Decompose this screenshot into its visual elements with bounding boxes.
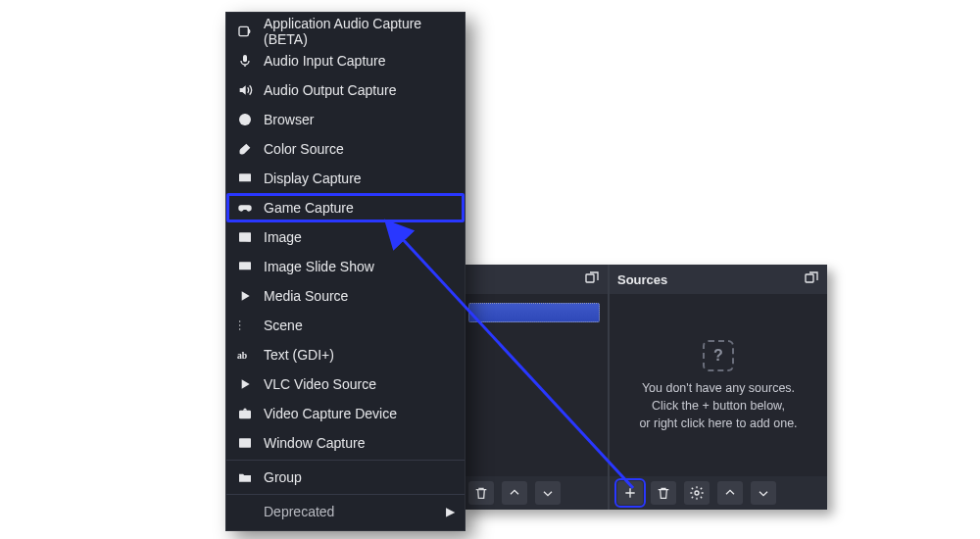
brush-icon bbox=[236, 140, 254, 158]
globe-icon bbox=[236, 111, 254, 128]
menu-item-text-gdi[interactable]: abText (GDI+) bbox=[226, 340, 465, 369]
menu-item-game-capture[interactable]: Game Capture bbox=[226, 193, 465, 222]
source-move-up-button[interactable] bbox=[717, 481, 743, 505]
svg-rect-16 bbox=[239, 438, 251, 447]
menu-item-label: Media Source bbox=[264, 288, 348, 304]
svg-rect-6 bbox=[239, 173, 251, 181]
mic-icon bbox=[236, 52, 254, 70]
popout-icon[interactable] bbox=[804, 270, 819, 289]
menu-item-display-capture[interactable]: Display Capture bbox=[226, 164, 465, 193]
scenes-panel-header bbox=[461, 265, 608, 294]
slideshow-icon bbox=[236, 258, 254, 275]
menu-item-label: Window Capture bbox=[264, 435, 366, 451]
question-mark-icon: ? bbox=[703, 340, 734, 371]
play-icon bbox=[236, 375, 254, 393]
menu-item-label: Audio Output Capture bbox=[264, 82, 396, 98]
play-icon bbox=[236, 287, 254, 305]
scenes-panel-footer bbox=[461, 476, 608, 510]
sources-empty-state: ? You don't have any sources. Click the … bbox=[615, 300, 821, 470]
source-type-menu[interactable]: Application Audio Capture (BETA)Audio In… bbox=[225, 12, 466, 531]
sources-empty-line: You don't have any sources. bbox=[642, 381, 795, 395]
dock-panels: Sources ? You don't have any sources. Cl… bbox=[461, 265, 827, 510]
menu-item-color-source[interactable]: Color Source bbox=[226, 134, 465, 164]
svg-rect-4 bbox=[243, 55, 247, 62]
menu-item-vlc-video-source[interactable]: VLC Video Source bbox=[226, 369, 465, 399]
gamepad-icon bbox=[236, 199, 254, 217]
sources-panel-footer bbox=[610, 476, 827, 510]
folder-icon bbox=[236, 468, 254, 486]
add-source-button[interactable] bbox=[617, 481, 643, 505]
menu-item-label: Color Source bbox=[264, 141, 344, 157]
menu-item-label: Scene bbox=[264, 318, 303, 333]
menu-item-image[interactable]: Image bbox=[226, 222, 465, 252]
chevron-right-icon: ▶ bbox=[446, 505, 455, 518]
svg-rect-3 bbox=[239, 26, 248, 35]
menu-item-browser[interactable]: Browser bbox=[226, 105, 465, 134]
scenes-trash-button[interactable] bbox=[468, 481, 494, 505]
menu-item-label: Text (GDI+) bbox=[264, 347, 334, 363]
app-audio-icon bbox=[236, 23, 254, 40]
menu-item-label: Application Audio Capture (BETA) bbox=[264, 16, 455, 47]
remove-source-button[interactable] bbox=[651, 481, 676, 505]
menu-item-deprecated[interactable]: Deprecated▶ bbox=[226, 497, 465, 526]
scenes-move-up-button[interactable] bbox=[502, 481, 527, 505]
svg-point-12 bbox=[239, 328, 240, 329]
menu-item-audio-output-capture[interactable]: Audio Output Capture bbox=[226, 75, 465, 105]
menu-item-application-audio-capture-beta[interactable]: Application Audio Capture (BETA) bbox=[226, 17, 465, 46]
menu-item-label: Video Capture Device bbox=[264, 406, 397, 421]
menu-item-label: VLC Video Source bbox=[264, 376, 376, 392]
svg-rect-1 bbox=[806, 274, 813, 282]
sources-panel: Sources ? You don't have any sources. Cl… bbox=[610, 265, 827, 510]
scenes-panel bbox=[461, 265, 610, 510]
svg-text:ab: ab bbox=[237, 350, 247, 361]
menu-item-label: Display Capture bbox=[264, 171, 362, 186]
menu-item-scene[interactable]: Scene bbox=[226, 311, 465, 340]
menu-item-window-capture[interactable]: Window Capture bbox=[226, 428, 465, 458]
menu-item-label: Audio Input Capture bbox=[264, 53, 386, 69]
sources-empty-line: Click the + button below, bbox=[652, 399, 785, 413]
source-move-down-button[interactable] bbox=[751, 481, 776, 505]
sources-panel-header: Sources bbox=[610, 265, 827, 294]
scene-selected-row[interactable] bbox=[468, 303, 600, 322]
speaker-icon bbox=[236, 81, 254, 99]
svg-rect-0 bbox=[586, 274, 594, 282]
menu-item-label: Browser bbox=[264, 112, 314, 127]
camera-icon bbox=[236, 405, 254, 422]
menu-item-label: Image Slide Show bbox=[264, 259, 374, 274]
sources-panel-body[interactable]: ? You don't have any sources. Click the … bbox=[610, 294, 827, 476]
menu-item-media-source[interactable]: Media Source bbox=[226, 281, 465, 311]
menu-item-label: Group bbox=[264, 469, 302, 485]
menu-item-image-slide-show[interactable]: Image Slide Show bbox=[226, 252, 465, 281]
menu-item-group[interactable]: Group bbox=[226, 463, 465, 492]
menu-item-audio-input-capture[interactable]: Audio Input Capture bbox=[226, 46, 465, 75]
sources-panel-title: Sources bbox=[617, 272, 667, 287]
svg-point-10 bbox=[239, 320, 240, 321]
svg-point-2 bbox=[695, 491, 699, 495]
menu-item-video-capture-device[interactable]: Video Capture Device bbox=[226, 399, 465, 428]
menu-item-label: Game Capture bbox=[264, 200, 354, 216]
list-icon bbox=[236, 317, 254, 334]
image-icon bbox=[236, 228, 254, 246]
menu-item-label: Deprecated bbox=[236, 504, 334, 519]
svg-point-11 bbox=[239, 324, 240, 325]
sources-empty-line: or right click here to add one. bbox=[639, 416, 797, 430]
scenes-move-down-button[interactable] bbox=[535, 481, 561, 505]
scenes-panel-body[interactable] bbox=[461, 294, 608, 476]
window-icon bbox=[236, 434, 254, 452]
svg-point-15 bbox=[243, 412, 248, 416]
source-properties-button[interactable] bbox=[684, 481, 710, 505]
popout-icon[interactable] bbox=[584, 270, 600, 289]
monitor-icon bbox=[236, 170, 254, 187]
menu-item-label: Image bbox=[264, 229, 302, 245]
svg-point-8 bbox=[242, 235, 244, 237]
text-icon: ab bbox=[236, 346, 254, 364]
